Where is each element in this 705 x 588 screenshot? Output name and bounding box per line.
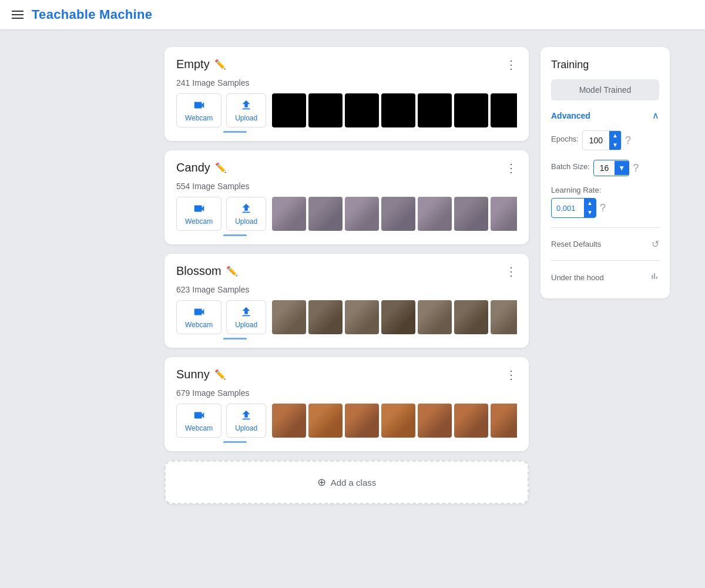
batch-dropdown-button[interactable]: ▼ [615,161,629,175]
image-thumb [454,93,488,127]
webcam-button-blossom[interactable]: Webcam [176,300,221,334]
batch-select: 16 ▼ [593,160,629,176]
image-thumb [272,93,306,127]
image-thumb [491,300,517,334]
class-card-sunny: Sunny ✏️ ⋮ 679 Image Samples Webcam Uplo… [164,357,529,451]
batch-help-icon[interactable]: ? [633,162,639,174]
epochs-input[interactable] [583,133,609,148]
class-card-header: Empty ✏️ ⋮ [176,58,517,71]
class-card-header-candy: Candy ✏️ ⋮ [176,161,517,174]
class-content-blossom: Webcam Upload [176,300,517,334]
divider-1 [551,227,659,228]
image-thumb [381,197,415,231]
action-buttons-sunny: Webcam Upload [176,404,266,438]
image-thumb [454,197,488,231]
advanced-row[interactable]: Advanced ∧ [551,110,659,121]
class-content-sunny: Webcam Upload [176,404,517,438]
edit-icon-empty[interactable]: ✏️ [214,59,226,70]
lr-decrement[interactable]: ▼ [584,208,596,217]
image-thumb [308,404,343,438]
class-card-header-blossom: Blossom ✏️ ⋮ [176,264,517,278]
hamburger-icon[interactable] [12,11,24,19]
class-name-empty: Empty [176,58,210,71]
more-icon-blossom[interactable]: ⋮ [505,266,517,277]
edit-icon-candy[interactable]: ✏️ [215,162,227,173]
lr-spinners: ▲ ▼ [584,199,596,217]
sample-count-blossom: 623 Image Samples [176,285,517,294]
learning-rate-box: 0,001 ▲ ▼ [551,198,596,218]
scroll-bar [223,131,247,133]
edit-icon-blossom[interactable]: ✏️ [226,266,238,277]
edit-icon-sunny[interactable]: ✏️ [214,369,226,380]
class-name-sunny: Sunny [176,368,210,381]
upload-button-blossom[interactable]: Upload [226,300,266,334]
sample-count-empty: 241 Image Samples [176,78,517,88]
image-thumb [345,93,379,127]
class-name-candy: Candy [176,161,210,174]
webcam-button-sunny[interactable]: Webcam [176,404,221,438]
image-thumb [381,300,415,334]
image-thumb [491,197,517,231]
image-thumb [381,404,415,438]
learning-rate-control: 0,001 ▲ ▼ ? [551,198,659,218]
images-strip-empty [272,93,517,127]
scroll-indicator-candy [176,234,517,236]
upload-button-sunny[interactable]: Upload [226,404,266,438]
action-buttons-empty: Webcam Upload [176,93,266,127]
class-content-empty: Webcam Upload [176,93,517,127]
class-content-candy: Webcam Upload [176,197,517,231]
image-thumb [418,300,452,334]
action-buttons-candy: Webcam Upload [176,197,266,231]
sample-count-sunny: 679 Image Samples [176,388,517,398]
image-thumb [308,93,343,127]
scroll-indicator-blossom [176,338,517,340]
under-hood-row[interactable]: Under the hood [551,268,659,287]
images-strip-blossom [272,300,517,334]
add-class-card[interactable]: ⊕ Add a class [164,461,529,504]
more-icon-empty[interactable]: ⋮ [505,59,517,70]
upload-button-candy[interactable]: Upload [226,197,266,231]
images-strip-candy [272,197,517,231]
image-thumb [272,404,306,438]
epochs-help-icon[interactable]: ? [625,135,631,147]
webcam-button-empty[interactable]: Webcam [176,93,221,127]
learning-rate-row: Learning Rate: 0,001 ▲ ▼ ? [551,186,659,218]
scroll-bar [223,234,247,236]
scroll-bar [223,441,247,443]
image-thumb [454,404,488,438]
scroll-bar [223,338,247,340]
more-icon-sunny[interactable]: ⋮ [505,369,517,381]
upload-button-empty[interactable]: Upload [226,93,266,127]
image-thumb [345,197,379,231]
image-thumb [418,197,452,231]
batch-size-control: Batch Size: 16 ▼ ? [551,160,659,176]
class-name-row-sunny: Sunny ✏️ [176,368,226,381]
class-card-empty: Empty ✏️ ⋮ 241 Image Samples Webcam Uplo… [164,47,529,141]
epochs-label: Epochs: [551,135,579,143]
epochs-decrement[interactable]: ▼ [609,140,621,150]
class-card-candy: Candy ✏️ ⋮ 554 Image Samples Webcam Uplo… [164,150,529,244]
reset-icon: ↺ [652,238,659,250]
more-icon-candy[interactable]: ⋮ [505,162,517,174]
lr-increment[interactable]: ▲ [584,199,596,208]
batch-size-row: Batch Size: 16 ▼ ? [551,160,659,176]
epochs-control: Epochs: ▲ ▼ ? [551,130,659,150]
webcam-button-candy[interactable]: Webcam [176,197,221,231]
epochs-spinners: ▲ ▼ [609,131,621,150]
reset-defaults-row[interactable]: Reset Defaults ↺ [551,235,659,253]
lr-help-icon[interactable]: ? [600,202,606,214]
chart-icon [650,271,659,283]
add-class-label: ⊕ Add a class [317,476,377,489]
epochs-increment[interactable]: ▲ [609,131,621,140]
batch-size-label: Batch Size: [551,162,590,171]
train-button[interactable]: Model Trained [551,79,659,100]
learning-rate-value: 0,001 [552,201,584,216]
app-header: Teachable Machine [0,0,705,29]
scroll-indicator-empty [176,131,517,133]
batch-value: 16 [594,160,615,176]
image-thumb [345,404,379,438]
image-thumb [491,404,517,438]
learning-rate-label: Learning Rate: [551,186,659,194]
class-name-row-candy: Candy ✏️ [176,161,227,174]
divider-2 [551,260,659,261]
